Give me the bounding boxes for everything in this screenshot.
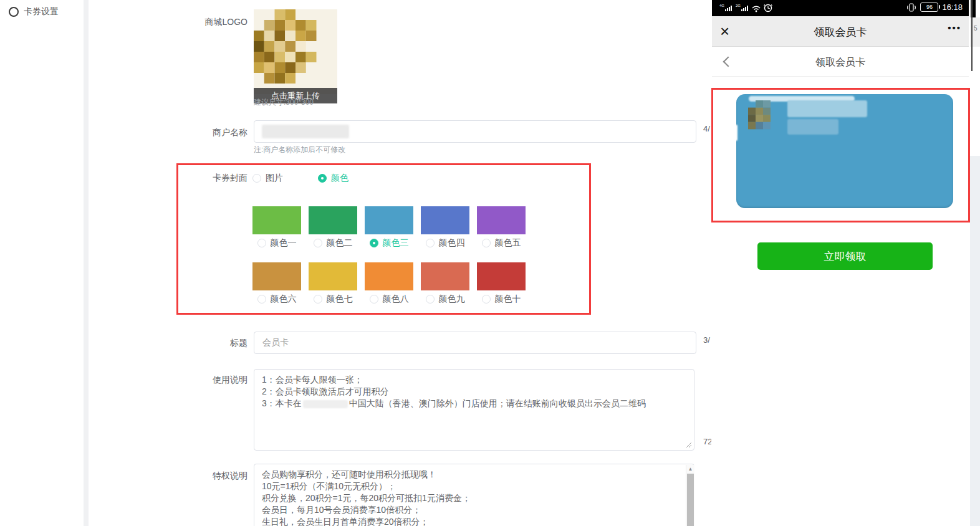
logo-upload[interactable]: 点击重新上传 (254, 9, 337, 94)
title-label: 标题 (179, 338, 247, 349)
vibrate-icon (906, 3, 916, 12)
phone-statusbar: 4G 2G 96 (712, 0, 969, 16)
color-swatch[interactable] (309, 262, 357, 290)
edge-vertical-line (971, 0, 973, 71)
wechat-navbar: × 领取会员卡 ••• (712, 16, 969, 47)
color-label-row-1: 颜色一 颜色二 颜色三 颜色四 颜色五 (252, 237, 526, 249)
merchant-name-blurred-value (262, 125, 349, 138)
privilege-scrollbar[interactable]: ▲ (686, 465, 694, 526)
color-option[interactable]: 颜色一 (252, 237, 301, 249)
privilege-line: 会员购物享积分，还可随时使用积分抵现哦！ (262, 469, 686, 481)
page-header: 领取会员卡 (712, 47, 969, 77)
usage-line-1: 1：会员卡每人限领一张； (262, 374, 686, 386)
merchant-name-label: 商户名称 (179, 127, 247, 138)
privilege-line: 生日礼，会员生日月首单消费享20倍积分； (262, 516, 686, 526)
color-swatch-row-2 (252, 262, 526, 290)
color-swatch[interactable] (365, 262, 413, 290)
claim-now-button[interactable]: 立即领取 (757, 242, 933, 270)
privilege-line: 10元=1积分（不满10元无积分）； (262, 481, 686, 492)
page-header-title: 领取会员卡 (712, 56, 969, 69)
resize-grip-icon[interactable] (686, 442, 692, 448)
statusbar-left-icons: 4G 2G (719, 2, 782, 16)
usage-textarea[interactable]: 1：会员卡每人限领一张； 2：会员卡领取激活后才可用积分 3：本卡在中国大陆（香… (254, 369, 694, 451)
usage-line-2: 2：会员卡领取激活后才可用积分 (262, 386, 686, 398)
privilege-line: 积分兑换，20积分=1元，每20积分可抵扣1元消费金； (262, 492, 686, 504)
usage-label: 使用说明 (179, 375, 247, 386)
privilege-line: 会员日，每月10号会员消费享10倍积分； (262, 504, 686, 516)
color-option[interactable]: 颜色九 (421, 294, 469, 305)
window-edge-strip: 5 (970, 0, 980, 526)
logo-label: 商城LOGO (179, 17, 247, 28)
title-input[interactable] (254, 332, 696, 354)
color-swatch[interactable] (477, 206, 526, 234)
sidebar-item-label: 卡券设置 (24, 6, 59, 17)
radio-circle-icon (9, 7, 19, 17)
usage-counter: 72 (703, 437, 711, 446)
merchant-name-counter: 4/ (703, 124, 711, 133)
edge-panel-segment (970, 156, 980, 526)
more-menu-icon[interactable]: ••• (948, 22, 961, 33)
phone-preview: 4G 2G 96 (712, 0, 969, 526)
privilege-textarea[interactable]: 会员购物享积分，还可随时使用积分抵现哦！ 10元=1积分（不满10元无积分）； … (254, 464, 694, 526)
merchant-name-note: 注:商户名称添加后不可修改 (254, 145, 345, 155)
color-option[interactable]: 颜色八 (365, 294, 413, 305)
color-label-row-2: 颜色六 颜色七 颜色八 颜色九 颜色十 (252, 294, 526, 305)
color-option[interactable]: 颜色四 (421, 237, 469, 249)
usage-line-3: 3：本卡在中国大陆（香港、澳门除外）门店使用；请在结账前向收银员出示会员二维码 (262, 398, 686, 409)
color-swatch-row-1 (252, 206, 526, 234)
color-swatch[interactable] (421, 262, 469, 290)
statusbar-right-icons: 96 16:18 (906, 2, 963, 12)
screen: 卡券设置 商城LOGO 点击重新上传 建议尺寸:3 (0, 0, 980, 526)
sidebar-divider (84, 0, 89, 526)
color-swatch[interactable] (252, 206, 301, 234)
color-option[interactable]: 颜色二 (309, 237, 357, 249)
cover-color-radio[interactable] (318, 174, 327, 183)
color-swatch[interactable] (477, 262, 526, 290)
cover-image-radio[interactable] (252, 174, 261, 183)
navbar-title: 领取会员卡 (712, 25, 969, 39)
title-counter: 3/ (703, 335, 711, 345)
privilege-label: 特权说明 (179, 471, 247, 482)
signal-wifi-alarm-icons: 4G 2G (719, 2, 782, 14)
sidebar: 卡券设置 (0, 0, 84, 526)
cover-image-label[interactable]: 图片 (266, 173, 283, 184)
color-option[interactable]: 颜色六 (252, 294, 301, 305)
color-swatch[interactable] (252, 262, 301, 290)
cover-type-options: 图片 颜色 (252, 173, 348, 184)
scrollbar-up-arrow-icon[interactable]: ▲ (686, 466, 694, 472)
brand-name-blur (303, 400, 348, 408)
svg-text:2G: 2G (736, 4, 741, 7)
scrollbar-thumb[interactable] (687, 474, 694, 526)
logo-image-mosaic (254, 9, 337, 94)
cover-color-label[interactable]: 颜色 (331, 173, 348, 184)
svg-text:4G: 4G (719, 4, 724, 7)
card-cover-label: 卡券封面 (179, 173, 247, 184)
color-swatch[interactable] (421, 206, 469, 234)
annotation-rectangle-card (711, 88, 970, 222)
color-option[interactable]: 颜色五 (477, 237, 526, 249)
color-option[interactable]: 颜色十 (477, 294, 526, 305)
color-option[interactable]: 颜色七 (309, 294, 357, 305)
logo-size-hint: 建议尺寸:300*300 (254, 97, 314, 108)
color-swatch[interactable] (309, 206, 357, 234)
color-swatch[interactable] (365, 206, 413, 234)
edge-text-fragment: 5 (974, 25, 978, 32)
sidebar-item-card-settings[interactable]: 卡券设置 (9, 6, 59, 17)
statusbar-time: 16:18 (942, 2, 963, 12)
battery-icon: 96 (920, 2, 938, 12)
color-option-selected[interactable]: 颜色三 (365, 237, 413, 249)
